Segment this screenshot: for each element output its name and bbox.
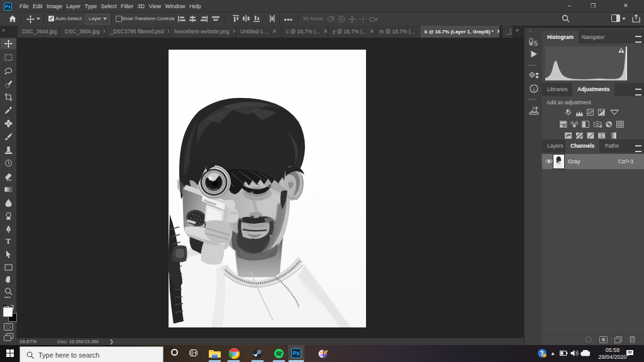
svg-text:5: 5 [534, 40, 538, 47]
svg-text:i: i [533, 86, 535, 92]
svg-text:+: + [600, 125, 602, 128]
